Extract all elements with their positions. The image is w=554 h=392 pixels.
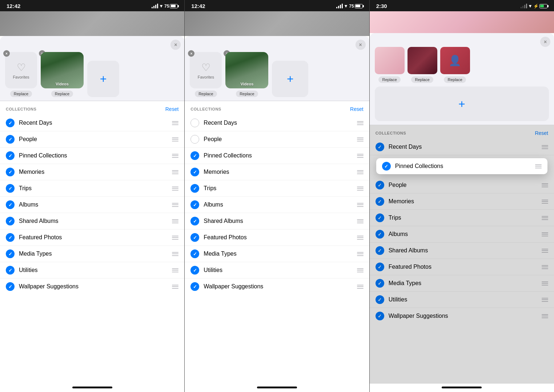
check-circle[interactable] xyxy=(190,135,199,144)
replace-btn-2a[interactable]: Replace xyxy=(195,91,217,97)
list-item[interactable]: ✓ Recent Days xyxy=(370,139,554,155)
drag-handle[interactable] xyxy=(172,137,178,141)
list-item[interactable]: ✓ People xyxy=(370,177,554,193)
list-item[interactable]: ✓ Trips xyxy=(0,180,184,197)
check-circle[interactable]: ✓ xyxy=(190,266,199,275)
close-button-3[interactable]: × xyxy=(540,37,550,47)
drag-handle[interactable] xyxy=(542,265,548,269)
list-item[interactable]: Recent Days xyxy=(185,115,369,131)
drag-handle[interactable] xyxy=(542,183,548,187)
videos-widget-1[interactable]: × Videos xyxy=(41,52,84,88)
list-item[interactable]: ✓ Shared Albums xyxy=(0,213,184,229)
check-circle[interactable]: ✓ xyxy=(376,181,384,189)
drag-handle[interactable] xyxy=(542,314,548,318)
list-item[interactable]: ✓ Recent Days xyxy=(0,115,184,131)
list-item[interactable]: ✓ Media Types xyxy=(370,275,554,292)
list-item[interactable]: ✓ Albums xyxy=(370,226,554,243)
check-circle[interactable]: ✓ xyxy=(376,143,384,151)
add-widget-1[interactable]: + xyxy=(87,61,119,97)
drag-handle[interactable] xyxy=(357,252,364,256)
check-circle[interactable]: ✓ xyxy=(6,233,15,242)
check-circle[interactable]: ✓ xyxy=(190,168,199,176)
drag-handle[interactable] xyxy=(357,187,364,191)
drag-handle[interactable] xyxy=(172,285,178,289)
list-item[interactable]: ✓ People xyxy=(0,131,184,148)
drag-handle[interactable] xyxy=(172,203,178,207)
check-circle[interactable]: ✓ xyxy=(376,197,384,206)
list-item[interactable]: ✓ Shared Albums xyxy=(370,243,554,259)
check-circle[interactable]: ✓ xyxy=(376,312,384,320)
check-circle[interactable]: ✓ xyxy=(6,151,15,160)
replace-btn-1b[interactable]: Replace xyxy=(51,91,73,97)
favorites-widget-1[interactable]: × ♡ Favorites xyxy=(5,52,37,88)
drag-handle[interactable] xyxy=(357,137,364,141)
list-item[interactable]: ✓ Pinned Collections xyxy=(0,148,184,164)
add-card-3[interactable]: + xyxy=(375,87,549,121)
drag-handle[interactable] xyxy=(542,216,548,220)
list-item[interactable]: ✓ Trips xyxy=(370,210,554,226)
favorites-close-1[interactable]: × xyxy=(3,50,10,57)
drag-handle[interactable] xyxy=(542,281,548,285)
drag-handle[interactable] xyxy=(172,121,178,125)
drag-handle[interactable] xyxy=(542,200,548,204)
list-item[interactable]: ✓ Pinned Collections xyxy=(185,148,369,164)
drag-handle[interactable] xyxy=(357,219,364,223)
drag-handle[interactable] xyxy=(172,219,178,223)
list-item[interactable]: ✓ Trips xyxy=(185,180,369,197)
replace-btn-3a[interactable]: Replace xyxy=(378,76,400,83)
list-item[interactable]: ✓ Shared Albums xyxy=(185,213,369,229)
check-circle[interactable]: ✓ xyxy=(376,230,384,239)
list-item[interactable]: ✓ Media Types xyxy=(0,246,184,262)
drag-handle[interactable] xyxy=(172,236,178,240)
list-item[interactable]: People xyxy=(185,131,369,148)
check-circle[interactable]: ✓ xyxy=(382,162,391,171)
favorites-close-2[interactable]: × xyxy=(188,50,194,57)
check-circle[interactable]: ✓ xyxy=(6,249,15,258)
list-item[interactable]: ✓ Wallpaper Suggestions xyxy=(370,308,554,324)
drag-handle[interactable] xyxy=(172,252,178,256)
reset-btn-3[interactable]: Reset xyxy=(535,130,548,136)
list-item[interactable]: ✓ Memories xyxy=(370,193,554,210)
replace-btn-2b[interactable]: Replace xyxy=(236,91,258,97)
replace-btn-1a[interactable]: Replace xyxy=(10,91,32,97)
drag-handle[interactable] xyxy=(357,203,364,207)
drag-handle[interactable] xyxy=(357,121,364,125)
check-circle[interactable]: ✓ xyxy=(6,119,15,127)
check-circle[interactable]: ✓ xyxy=(6,266,15,275)
check-circle[interactable]: ✓ xyxy=(190,282,199,291)
drag-handle[interactable] xyxy=(357,285,364,289)
check-circle[interactable]: ✓ xyxy=(376,246,384,255)
check-circle[interactable]: ✓ xyxy=(376,295,384,304)
check-circle[interactable]: ✓ xyxy=(376,279,384,288)
check-circle[interactable]: ✓ xyxy=(190,184,199,193)
list-item[interactable]: ✓ Featured Photos xyxy=(370,259,554,275)
check-circle[interactable]: ✓ xyxy=(6,200,15,209)
pinned-collections-dragged[interactable]: ✓ Pinned Collections xyxy=(376,158,547,174)
check-circle[interactable]: ✓ xyxy=(190,233,199,242)
check-circle[interactable]: ✓ xyxy=(6,282,15,291)
list-item[interactable]: ✓ Utilities xyxy=(185,262,369,279)
check-circle[interactable]: ✓ xyxy=(190,151,199,160)
check-circle[interactable]: ✓ xyxy=(6,217,15,225)
close-button-2[interactable]: × xyxy=(356,40,366,50)
list-item[interactable]: ✓ Featured Photos xyxy=(185,229,369,246)
list-item[interactable]: ✓ Utilities xyxy=(370,292,554,308)
list-item[interactable]: ✓ Albums xyxy=(0,197,184,213)
replace-btn-3b[interactable]: Replace xyxy=(411,76,433,83)
favorites-widget-2[interactable]: × ♡ Favorites xyxy=(190,52,222,88)
drag-handle[interactable] xyxy=(172,170,178,174)
videos-widget-2[interactable]: × Videos xyxy=(225,52,268,88)
drag-handle[interactable] xyxy=(542,145,548,149)
check-circle[interactable]: ✓ xyxy=(6,168,15,176)
list-item[interactable]: ✓ Featured Photos xyxy=(0,229,184,246)
list-item[interactable]: ✓ Utilities xyxy=(0,262,184,279)
list-item[interactable]: ✓ Media Types xyxy=(185,246,369,262)
check-circle[interactable] xyxy=(190,119,199,127)
drag-handle[interactable] xyxy=(172,187,178,191)
list-item[interactable]: ✓ Albums xyxy=(185,197,369,213)
reset-btn-1[interactable]: Reset xyxy=(165,106,179,112)
drag-handle[interactable] xyxy=(357,236,364,240)
check-circle[interactable]: ✓ xyxy=(190,217,199,225)
drag-handle[interactable] xyxy=(172,268,178,272)
drag-handle[interactable] xyxy=(172,154,178,158)
